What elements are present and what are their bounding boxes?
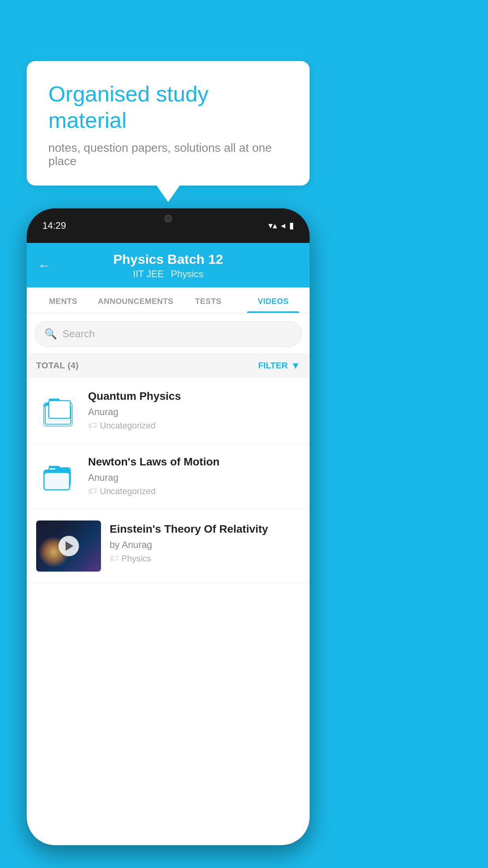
- total-count: TOTAL (4): [36, 360, 79, 371]
- item-tag: 🏷 Uncategorized: [88, 421, 300, 431]
- item-title: Quantum Physics: [88, 389, 300, 403]
- item-info: Quantum Physics Anurag 🏷 Uncategorized: [88, 389, 300, 431]
- tag-label: Uncategorized: [100, 486, 156, 497]
- svg-rect-4: [49, 401, 70, 418]
- tab-ments[interactable]: MENTS: [31, 287, 95, 313]
- filter-icon: ▼: [291, 360, 300, 371]
- tab-tests[interactable]: TESTS: [176, 287, 240, 313]
- status-bar: 14:29 ▾▴ ◂ ▮: [27, 208, 310, 243]
- tag-label: Uncategorized: [100, 421, 156, 431]
- wifi-icon: ▾▴: [268, 221, 277, 231]
- item-title: Einstein's Theory Of Relativity: [110, 522, 300, 536]
- author-name: Anurag: [122, 539, 152, 550]
- video-thumbnail: [36, 520, 101, 572]
- speech-bubble: Organised study material notes, question…: [27, 61, 310, 186]
- item-author: Anurag: [88, 406, 300, 417]
- search-icon: 🔍: [44, 328, 57, 340]
- filter-label: FILTER: [258, 360, 288, 371]
- phone-frame: 14:29 ▾▴ ◂ ▮ ← Physics Batch 12 IIT JEE …: [27, 208, 310, 845]
- tab-announcements[interactable]: ANNOUNCEMENTS: [95, 287, 176, 313]
- video-list: Quantum Physics Anurag 🏷 Uncategorized: [27, 378, 310, 583]
- item-tag: 🏷 Physics: [110, 554, 300, 564]
- subtitle-physics: Physics: [171, 268, 204, 280]
- folder-icon: [43, 460, 73, 493]
- item-author: Anurag: [88, 472, 300, 483]
- tag-label: Physics: [121, 554, 151, 564]
- tag-icon: 🏷: [110, 554, 118, 564]
- item-title: Newton's Laws of Motion: [88, 455, 300, 469]
- header-subtitle: IIT JEE Physics: [133, 268, 204, 280]
- notch: [141, 208, 196, 229]
- item-thumbnail: [36, 455, 79, 498]
- author-prefix: by: [110, 539, 119, 550]
- item-tag: 🏷 Uncategorized: [88, 486, 300, 497]
- item-thumbnail: [36, 389, 79, 432]
- folder-icon: [43, 394, 73, 428]
- signal-icon: ◂: [281, 221, 285, 231]
- item-info: Newton's Laws of Motion Anurag 🏷 Uncateg…: [88, 455, 300, 497]
- play-icon: [66, 541, 73, 551]
- tag-icon: 🏷: [88, 421, 97, 431]
- list-item[interactable]: Quantum Physics Anurag 🏷 Uncategorized: [27, 378, 310, 444]
- list-item[interactable]: Newton's Laws of Motion Anurag 🏷 Uncateg…: [27, 444, 310, 509]
- search-bar[interactable]: 🔍 Search: [35, 321, 302, 347]
- list-item[interactable]: Einstein's Theory Of Relativity by Anura…: [27, 509, 310, 583]
- svg-rect-5: [49, 399, 60, 401]
- back-button[interactable]: ←: [38, 258, 50, 272]
- play-button[interactable]: [59, 536, 79, 556]
- tab-videos[interactable]: VIDEOS: [241, 287, 306, 313]
- bubble-subtitle: notes, question papers, solutions all at…: [48, 141, 288, 168]
- status-time: 14:29: [42, 220, 66, 231]
- svg-rect-9: [45, 473, 69, 489]
- battery-icon: ▮: [289, 221, 294, 231]
- search-placeholder: Search: [62, 328, 95, 340]
- app-header: ← Physics Batch 12 IIT JEE Physics: [27, 243, 310, 287]
- bubble-title: Organised study material: [48, 81, 288, 133]
- header-title: Physics Batch 12: [113, 252, 223, 267]
- tab-bar: MENTS ANNOUNCEMENTS TESTS VIDEOS: [27, 287, 310, 313]
- filter-bar: TOTAL (4) FILTER ▼: [27, 353, 310, 378]
- subtitle-iitjee: IIT JEE: [133, 268, 164, 280]
- item-author: by Anurag: [110, 539, 300, 550]
- phone-screen: ← Physics Batch 12 IIT JEE Physics MENTS…: [27, 243, 310, 845]
- status-icons: ▾▴ ◂ ▮: [268, 221, 294, 231]
- camera: [164, 215, 172, 223]
- tag-icon: 🏷: [88, 486, 97, 497]
- filter-button[interactable]: FILTER ▼: [258, 360, 300, 371]
- item-info: Einstein's Theory Of Relativity by Anura…: [110, 520, 300, 564]
